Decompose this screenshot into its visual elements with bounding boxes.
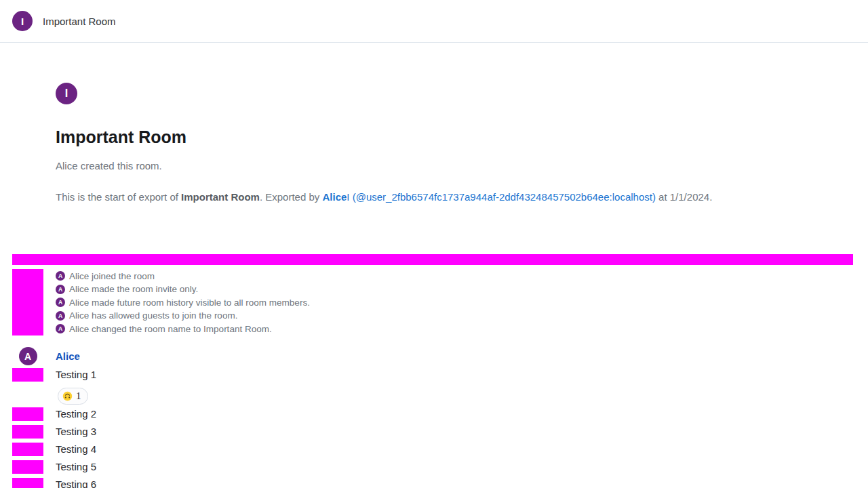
message-row: Testing 4 (12, 443, 868, 456)
timestamp-block (12, 460, 43, 474)
member-avatar-letter: A (58, 299, 62, 306)
message-text: Testing 6 (56, 478, 96, 488)
room-topic: Alice created this room. (56, 160, 868, 172)
summary-room-avatar: I (56, 83, 77, 104)
timestamp-block (12, 407, 43, 421)
room-title: Important Room (43, 16, 116, 27)
member-avatar: A (56, 285, 65, 294)
message-text: Testing 4 (56, 443, 96, 456)
state-event: A Alice made future room history visible… (56, 296, 310, 308)
room-avatar: I (12, 11, 33, 31)
state-event: A Alice has allowed guests to join the r… (56, 310, 310, 322)
member-avatar: A (56, 298, 65, 307)
timestamp-block (12, 368, 43, 382)
exporter-name: Alice (322, 191, 347, 203)
room-header: I Important Room (0, 0, 868, 43)
export-middle: . Exported by (260, 191, 323, 203)
member-avatar-letter: A (58, 272, 62, 279)
export-prefix: This is the start of export of (56, 191, 181, 203)
state-event-list: A Alice joined the room A Alice made the… (56, 269, 310, 336)
state-event: A Alice made the room invite only. (56, 283, 310, 296)
export-room-name: Important Room (181, 191, 260, 203)
exporter-user-id: I (@user_2fbb6574fc1737a944af-2ddf432484… (347, 191, 656, 203)
date-separator-bar (12, 254, 853, 265)
export-date: at 1/1/2024. (656, 191, 712, 203)
room-summary: I Important Room Alice created this room… (56, 43, 868, 203)
message-text: Testing 1 (56, 368, 96, 382)
reaction-button[interactable]: 1 (58, 388, 88, 405)
sender-name: Alice (56, 347, 80, 365)
member-avatar-letter: A (58, 312, 62, 319)
message-text: Testing 3 (56, 425, 96, 439)
timeline: A Alice joined the room A Alice made the… (0, 254, 868, 488)
state-event-text: Alice joined the room (69, 271, 155, 281)
member-avatar: A (56, 324, 65, 333)
state-event-text: Alice has allowed guests to join the roo… (69, 310, 237, 321)
export-notice: This is the start of export of Important… (56, 190, 868, 203)
sender-avatar: A (19, 347, 37, 365)
state-event-text: Alice changed the room name to Important… (69, 324, 272, 334)
member-avatar: A (56, 311, 65, 321)
message-text: Testing 2 (56, 407, 96, 421)
message-text: Testing 5 (56, 460, 96, 474)
message-row: Testing 6 (12, 478, 868, 488)
state-event: A Alice changed the room name to Importa… (56, 323, 310, 335)
sender-avatar-letter: A (24, 351, 31, 362)
state-event-text: Alice made future room history visible t… (69, 298, 310, 308)
summary-room-name: Important Room (56, 127, 868, 147)
message-row: Testing 1 (12, 368, 868, 382)
reaction-count: 1 (76, 390, 81, 402)
state-event-group: A Alice joined the room A Alice made the… (12, 269, 868, 336)
member-avatar-letter: A (58, 286, 62, 293)
message-row: Testing 3 (12, 425, 868, 439)
message-row: Testing 2 (12, 407, 868, 421)
timestamp-block (12, 269, 43, 336)
room-avatar-letter: I (21, 16, 24, 27)
summary-avatar-letter: I (65, 87, 68, 100)
message-row: Testing 5 (12, 460, 868, 474)
message-group-header: A Alice (12, 347, 868, 365)
upside-down-face-icon (62, 391, 73, 401)
timestamp-block (12, 443, 43, 456)
reaction-row: 1 (12, 388, 868, 405)
exporter-link[interactable]: AliceI (@user_2fbb6574fc1737a944af-2ddf4… (322, 191, 655, 203)
timestamp-block (12, 425, 43, 439)
member-avatar: A (56, 271, 65, 281)
member-avatar-letter: A (58, 325, 62, 332)
state-event: A Alice joined the room (56, 270, 310, 282)
timestamp-block (12, 478, 43, 488)
state-event-text: Alice made the room invite only. (69, 284, 198, 294)
